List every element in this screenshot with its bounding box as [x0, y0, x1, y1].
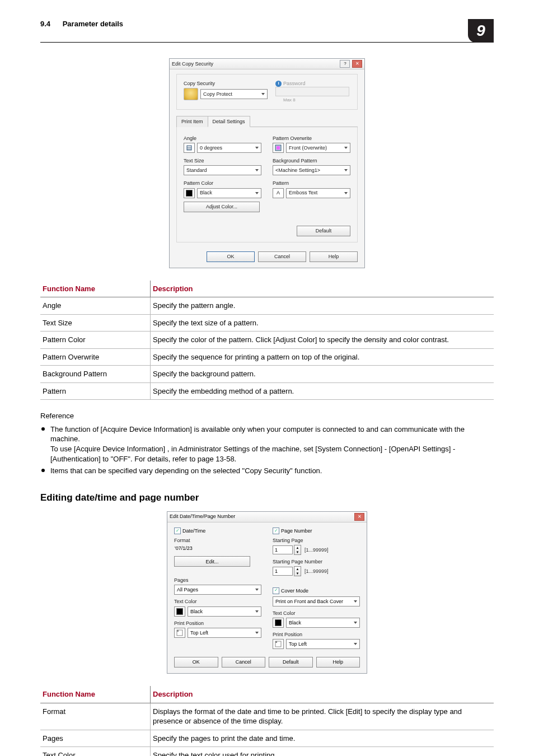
pages-label: Pages — [174, 577, 261, 584]
text-color-combo-right[interactable]: Black — [286, 618, 360, 628]
page-number-label: Page Number — [281, 528, 312, 534]
th-function-name: Function Name — [40, 281, 151, 297]
default-button[interactable]: Default — [297, 226, 350, 236]
starting-page-spinner[interactable]: 1 ▲▼ [1...99999] — [273, 545, 329, 555]
background-pattern-value: <Machine Setting1> — [275, 167, 320, 174]
pattern-icon: A — [273, 188, 284, 198]
default-button[interactable]: Default — [269, 657, 313, 668]
pages-value: All Pages — [177, 586, 198, 593]
chevron-down-icon — [255, 632, 259, 634]
color-swatch-icon — [174, 606, 185, 617]
function-table-1: Function Name Description AngleSpecify t… — [40, 281, 494, 400]
page-number-checkbox[interactable]: ✓Page Number — [273, 528, 312, 534]
text-color-combo-left[interactable]: Black — [188, 606, 261, 617]
cancel-button[interactable]: Cancel — [222, 657, 266, 668]
help-window-button[interactable]: ? — [340, 60, 350, 68]
window-buttons: ✕ — [354, 513, 364, 521]
section-number: 9.4 — [40, 20, 50, 28]
table-cell: Specify the color of the pattern. Click … — [151, 332, 494, 349]
edit-button[interactable]: Edit... — [174, 556, 250, 567]
date-time-checkbox[interactable]: ✓Date/Time — [174, 528, 205, 534]
info-icon: i — [275, 81, 282, 87]
text-size-value: Standard — [186, 167, 207, 174]
angle-icon — [184, 143, 195, 153]
reference-text: Items that can be specified vary dependi… — [50, 466, 322, 475]
reference-text: The function of [Acquire Device Informat… — [50, 424, 494, 444]
starting-page-value[interactable]: 1 — [273, 545, 293, 554]
close-window-button[interactable]: ✕ — [354, 513, 364, 521]
edit-date-time-page-number-dialog: Edit Date/Time/Page Number ✕ ✓Date/Time … — [167, 511, 367, 674]
page-header: 9.4 Parameter details 9 — [40, 19, 494, 43]
chevron-down-icon — [255, 147, 259, 149]
text-size-combo[interactable]: Standard — [184, 165, 261, 175]
text-color-value-left: Black — [190, 608, 203, 615]
function-table-2: Function Name Description FormatDisplays… — [40, 686, 494, 756]
color-swatch-icon — [273, 618, 284, 628]
chevron-down-icon — [255, 169, 259, 171]
print-position-label-left: Print Position — [174, 620, 261, 627]
starting-page-number-spinner[interactable]: 1 ▲▼ [1...99999] — [273, 566, 329, 576]
th-description: Description — [151, 686, 494, 703]
background-pattern-combo[interactable]: <Machine Setting1> — [273, 165, 350, 175]
subsection-title: Editing date/time and page number — [40, 492, 494, 505]
help-button[interactable]: Help — [316, 657, 360, 668]
table-row: Text Color — [40, 747, 151, 756]
chevron-down-icon — [255, 192, 259, 194]
chevron-down-icon — [354, 600, 357, 603]
reference-text: To use [Acquire Device Information] , in… — [50, 444, 494, 464]
window-buttons: ? ✕ — [339, 60, 362, 68]
print-position-combo-right[interactable]: Top Left — [286, 639, 360, 649]
chevron-down-icon — [261, 93, 265, 95]
svg-rect-4 — [277, 146, 280, 150]
angle-combo[interactable]: 0 degrees — [197, 143, 261, 153]
pattern-overwrite-combo[interactable]: Front (Overwrite) — [286, 143, 350, 153]
spinner-arrows[interactable]: ▲▼ — [294, 545, 301, 555]
svg-rect-6 — [177, 630, 179, 632]
chapter-tab: 9 — [468, 19, 494, 43]
table-cell: Specify the text color used for printing… — [151, 747, 494, 756]
pattern-color-combo[interactable]: Black — [197, 188, 261, 198]
table-row: Angle — [40, 297, 151, 315]
copy-security-combo[interactable]: Copy Protect — [200, 89, 268, 99]
help-button[interactable]: Help — [310, 251, 358, 262]
ok-button[interactable]: OK — [174, 657, 218, 668]
chevron-down-icon — [354, 643, 357, 645]
overwrite-icon — [273, 143, 284, 153]
table-row: Background Pattern — [40, 366, 151, 383]
cancel-button[interactable]: Cancel — [258, 251, 306, 262]
text-color-label-right: Text Color — [273, 610, 360, 617]
starting-page-label: Starting Page — [273, 537, 360, 544]
tab-detail-settings[interactable]: Detail Settings — [208, 116, 250, 127]
print-position-combo-left[interactable]: Top Left — [188, 628, 261, 638]
section-title: Parameter details — [63, 20, 123, 28]
spinner-arrows[interactable]: ▲▼ — [294, 566, 301, 576]
table-cell: Specify the background pattern. — [151, 366, 494, 383]
close-window-button[interactable]: ✕ — [352, 60, 362, 68]
position-icon — [273, 639, 284, 649]
table-row: Pattern Color — [40, 332, 151, 349]
cover-mode-checkbox[interactable]: ✓Cover Mode — [273, 587, 308, 594]
cover-mode-combo[interactable]: Print on Front and Back Cover — [273, 596, 360, 606]
list-item: Items that can be specified vary dependi… — [40, 466, 494, 476]
table-cell: Specify the embedding method of a patter… — [151, 382, 494, 400]
section-heading: 9.4 Parameter details — [40, 19, 123, 42]
copy-security-value: Copy Protect — [203, 91, 232, 97]
pattern-combo[interactable]: Emboss Text — [286, 188, 350, 198]
starting-page-number-value[interactable]: 1 — [273, 567, 293, 576]
print-position-value-right: Top Left — [289, 641, 307, 647]
pattern-color-label: Pattern Color — [184, 180, 261, 186]
format-value: '07/1/23 — [174, 545, 261, 552]
dialog-title: Edit Copy Security — [172, 60, 213, 67]
table-row: Pattern — [40, 382, 151, 400]
ok-button[interactable]: OK — [207, 251, 255, 262]
password-label: Password — [283, 80, 306, 87]
position-icon — [174, 628, 185, 638]
pages-combo[interactable]: All Pages — [174, 585, 261, 595]
table-cell: Specify the sequence for printing a patt… — [151, 348, 494, 366]
chevron-down-icon — [344, 147, 348, 149]
adjust-color-button[interactable]: Adjust Color... — [184, 202, 260, 212]
table-row: Pattern Overwrite — [40, 348, 151, 366]
tab-print-item[interactable]: Print Item — [176, 116, 208, 127]
starting-page-range: [1...99999] — [305, 547, 329, 553]
table-cell: Specify the pages to print the date and … — [151, 730, 494, 747]
